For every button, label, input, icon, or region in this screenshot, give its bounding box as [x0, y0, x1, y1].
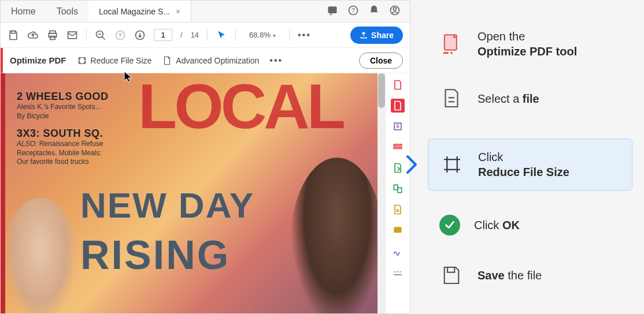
save-icon[interactable] — [8, 29, 19, 41]
cover-photo-right — [291, 158, 377, 313]
cover-subtitle-2: RISING — [80, 232, 230, 278]
close-button[interactable]: Close — [359, 53, 403, 69]
advanced-optimization-button[interactable]: Advanced Optimization — [162, 55, 259, 66]
step-2: Select a file — [439, 87, 632, 111]
combine-icon[interactable] — [391, 182, 405, 196]
tab-tools[interactable]: Tools — [46, 1, 88, 22]
svg-rect-18 — [394, 147, 401, 149]
profile-icon[interactable] — [389, 5, 401, 18]
optimize-bar: Optimize PDF Reduce File Size Advanced O… — [1, 48, 410, 73]
svg-rect-5 — [12, 31, 16, 33]
cover-headlines: 2 WHEELS GOOD Alexis K.'s Favorite Spots… — [17, 91, 132, 174]
share-upload-icon — [360, 31, 368, 39]
subheadline-1: Alexis K.'s Favorite Spots...By Bicycle — [17, 103, 132, 121]
document-area: 2 WHEELS GOOD Alexis K.'s Favorite Spots… — [1, 73, 410, 313]
scroll-thumb[interactable] — [378, 73, 385, 108]
arrow-down-circle-icon[interactable] — [134, 29, 146, 41]
svg-rect-29 — [447, 267, 454, 272]
tab-document-label: Local Magazine S... — [99, 7, 170, 16]
zoom-dropdown[interactable]: 68.8%▾ — [244, 28, 281, 42]
more-tools-icon[interactable]: ••• — [298, 30, 311, 40]
step-4: Click OK — [439, 215, 632, 235]
reduce-file-size-icon — [440, 152, 464, 177]
checkmark-icon — [439, 215, 460, 235]
subheadline-2: ALSO: Renaissance RefuseReceptacles. Mob… — [17, 140, 132, 167]
vertical-scrollbar[interactable] — [377, 73, 386, 313]
optimize-pdf-tool-icon[interactable] — [391, 99, 405, 113]
step-5: Save the file — [439, 263, 632, 287]
step-4-text: Click OK — [474, 218, 520, 233]
separator — [86, 29, 87, 41]
page-separator: / — [180, 31, 183, 39]
print-icon[interactable] — [47, 29, 58, 41]
zoom-out-icon[interactable] — [95, 29, 106, 41]
sign-icon[interactable] — [391, 244, 405, 258]
reduce-size-icon — [77, 55, 87, 66]
svg-rect-22 — [394, 227, 401, 233]
share-button[interactable]: Share — [350, 27, 403, 44]
cover-subtitle-1: NEW DAY — [80, 189, 254, 223]
edit-pdf-icon[interactable] — [391, 119, 405, 133]
svg-rect-17 — [394, 144, 401, 146]
step-1: Open theOptimize PDF tool — [439, 29, 632, 59]
chat-icon[interactable] — [327, 5, 338, 18]
headline-2: 3X3: SOUTH SQ. — [17, 128, 132, 140]
svg-rect-0 — [328, 6, 337, 13]
share-label: Share — [371, 31, 394, 40]
page-total: 14 — [191, 31, 199, 39]
tab-document[interactable]: Local Magazine S... × — [88, 1, 191, 22]
step-3-highlighted: ClickReduce File Size — [428, 139, 632, 190]
chevron-down-icon: ▾ — [273, 32, 276, 39]
arrow-up-circle-icon[interactable] — [114, 29, 126, 41]
open-tool-icon — [439, 32, 464, 56]
magazine-title: LOCAL — [138, 79, 343, 133]
selection-arrow-icon[interactable] — [216, 29, 227, 41]
tab-close-icon[interactable]: × — [176, 7, 180, 16]
select-file-icon — [439, 87, 464, 111]
main-toolbar: / 14 68.8%▾ ••• Share — [1, 23, 410, 48]
reduce-file-size-label: Reduce File Size — [91, 56, 152, 65]
bell-icon[interactable] — [368, 5, 380, 18]
step-2-text: Select a file — [478, 91, 539, 106]
page-number-input[interactable] — [154, 29, 172, 41]
cloud-upload-icon[interactable] — [27, 29, 39, 41]
email-icon[interactable] — [66, 29, 78, 41]
create-pdf-icon[interactable] — [391, 78, 405, 92]
save-file-icon — [439, 263, 464, 287]
cover-photo-left — [2, 198, 77, 313]
separator — [289, 29, 290, 41]
svg-rect-20 — [398, 188, 402, 192]
svg-line-12 — [102, 36, 105, 39]
protect-icon[interactable] — [391, 203, 405, 216]
step-5-text: Save the file — [478, 268, 542, 283]
svg-point-25 — [450, 52, 453, 54]
svg-rect-28 — [447, 159, 457, 170]
separator — [235, 29, 236, 41]
document-icon — [162, 55, 172, 66]
svg-text:?: ? — [351, 7, 355, 14]
svg-rect-19 — [394, 185, 398, 189]
tab-home[interactable]: Home — [1, 1, 46, 22]
svg-point-4 — [394, 8, 397, 10]
redact-icon[interactable] — [391, 265, 405, 279]
current-step-arrow-icon — [404, 153, 420, 176]
magazine-cover[interactable]: 2 WHEELS GOOD Alexis K.'s Favorite Spots… — [1, 73, 377, 313]
step-1-text: Open theOptimize PDF tool — [478, 29, 577, 59]
optimize-more-icon[interactable]: ••• — [269, 55, 283, 66]
separator — [207, 29, 208, 41]
comment-icon[interactable] — [391, 223, 405, 237]
svg-point-21 — [397, 210, 398, 211]
export-pdf-icon[interactable] — [391, 161, 405, 175]
acrobat-window: Home Tools Local Magazine S... × ? — [0, 0, 410, 314]
reduce-file-size-button[interactable]: Reduce File Size — [77, 55, 152, 66]
side-tools-panel — [386, 73, 410, 313]
instructions-panel: Open theOptimize PDF tool Select a file — [410, 0, 644, 314]
help-icon[interactable]: ? — [347, 5, 359, 18]
headline-1: 2 WHEELS GOOD — [17, 91, 132, 103]
tab-bar: Home Tools Local Magazine S... × ? — [1, 1, 410, 23]
organize-icon[interactable] — [391, 140, 405, 154]
optimize-pdf-title: Optimize PDF — [10, 55, 66, 65]
step-3-text: ClickReduce File Size — [478, 149, 569, 180]
advanced-optimization-label: Advanced Optimization — [176, 56, 259, 65]
